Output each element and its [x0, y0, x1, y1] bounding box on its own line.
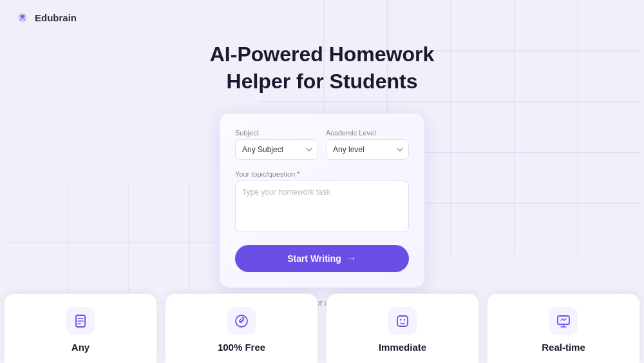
- level-select[interactable]: Any level Elementary Middle School High …: [326, 139, 409, 160]
- submit-button[interactable]: Start Writing →: [235, 245, 409, 272]
- form-card: Subject Any Subject Math Science English…: [219, 113, 425, 288]
- svg-point-16: [23, 19, 25, 21]
- feature-immediate-title: Immediate: [379, 342, 426, 353]
- feature-realtime-icon-wrap: [549, 307, 578, 335]
- level-group: Academic Level Any level Elementary Midd…: [326, 129, 409, 160]
- hero-title: AI-Powered Homework Helper for Students: [187, 41, 457, 95]
- subject-group: Subject Any Subject Math Science English…: [235, 129, 318, 160]
- main-content: AI-Powered Homework Helper for Students …: [0, 35, 644, 308]
- feature-any-title: Any: [71, 342, 90, 353]
- feature-any-icon-wrap: [66, 307, 95, 335]
- svg-point-25: [400, 319, 401, 320]
- subject-select[interactable]: Any Subject Math Science English History: [235, 139, 318, 160]
- svg-point-15: [20, 19, 22, 21]
- topic-label: Your topic/question *: [235, 170, 409, 178]
- topic-group: Your topic/question *: [235, 170, 409, 235]
- feature-free-icon-wrap: [227, 307, 256, 335]
- logo-icon: [15, 10, 30, 25]
- feature-immediate-icon-wrap: [388, 307, 417, 335]
- submit-label: Start Writing: [287, 253, 341, 264]
- brain-icon: [15, 10, 30, 25]
- svg-rect-24: [397, 316, 408, 326]
- subject-label: Subject: [235, 129, 318, 137]
- feature-realtime: Real-time: [487, 293, 640, 363]
- monitor-icon: [556, 313, 571, 329]
- feature-free: 100% Free: [165, 293, 318, 363]
- svg-point-26: [404, 319, 405, 320]
- feature-free-title: 100% Free: [218, 342, 265, 353]
- header: Edubrain: [0, 0, 644, 35]
- arrow-right-icon: →: [346, 253, 357, 264]
- feature-immediate: Immediate: [326, 293, 479, 363]
- face-icon: [395, 313, 410, 329]
- level-label: Academic Level: [326, 129, 409, 137]
- topic-textarea[interactable]: [235, 181, 409, 232]
- feature-any: Any: [4, 293, 157, 363]
- form-top-row: Subject Any Subject Math Science English…: [235, 129, 409, 160]
- document-icon: [73, 313, 88, 329]
- brand-name: Edubrain: [35, 12, 77, 23]
- features-row: Any 100% Free Immediate: [0, 293, 644, 363]
- feature-realtime-title: Real-time: [542, 342, 585, 353]
- edit-icon: [234, 313, 249, 329]
